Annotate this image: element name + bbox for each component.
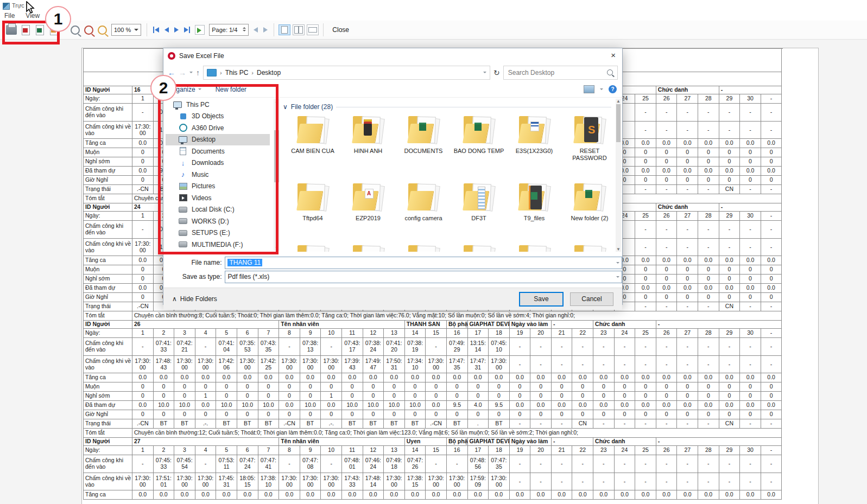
folder-item[interactable]	[562, 244, 615, 252]
tree-item-local-disk-c-[interactable]: Local Disk (C:)	[166, 204, 270, 216]
folder-item-config-camera[interactable]: config camera	[396, 182, 451, 222]
file-name-chevron-icon[interactable]	[616, 262, 619, 265]
report-cell: BT	[237, 419, 258, 429]
close-preview-button[interactable]: Close	[332, 26, 349, 34]
refresh-icon[interactable]: ↻	[493, 68, 500, 77]
dialog-close-icon[interactable]: ×	[611, 50, 616, 60]
report-cell: 0	[740, 392, 761, 401]
tree-item-3d-objects[interactable]: 3D Objects	[166, 111, 270, 123]
save-type-chevron-icon[interactable]	[616, 276, 619, 279]
tree-scrollbar[interactable]: ▲▼	[274, 99, 280, 251]
save-type-select[interactable]: Pdf files (*.xls)	[225, 271, 622, 283]
tree-item-pictures[interactable]: Pictures	[166, 181, 270, 193]
report-cell: 0.0	[132, 401, 154, 410]
goto-page-icon[interactable]	[195, 25, 205, 35]
report-cell: -	[761, 185, 782, 194]
report-cell: 0.0	[656, 373, 678, 382]
export-excel-button[interactable]	[34, 25, 45, 35]
files-scrollbar[interactable]: ▲ ▼	[616, 99, 621, 252]
search-box[interactable]: Search Desktop	[503, 66, 618, 80]
first-page-button[interactable]	[153, 27, 159, 33]
report-row: Chấm công khi đến vào-07:41:3307:42:21-0…	[84, 338, 783, 356]
folder-item-cam-bien-cua[interactable]: CAM BIEN CUA	[285, 115, 340, 161]
tree-item-this-pc[interactable]: This PC	[166, 99, 270, 111]
new-folder-button[interactable]: New folder	[216, 86, 246, 93]
group-header[interactable]: ∨ File folder (28)	[283, 103, 615, 111]
report-cell: BT	[447, 419, 468, 429]
prev-page-button[interactable]	[164, 27, 169, 33]
history-chevron-icon[interactable]	[189, 72, 193, 75]
breadcrumb-this-pc[interactable]: This PC	[225, 69, 249, 76]
folder-item-new-folder-2-[interactable]: New folder (2)	[562, 182, 615, 222]
page-back-button[interactable]	[254, 27, 258, 33]
folder-item[interactable]	[451, 244, 507, 252]
up-icon[interactable]: ↑	[196, 68, 200, 77]
help-icon[interactable]: ?	[609, 85, 617, 93]
folder-item[interactable]	[396, 244, 451, 252]
report-cell: -	[740, 185, 761, 194]
hide-folders-button[interactable]: ∧ Hide Folders	[172, 295, 217, 303]
print-button[interactable]	[6, 25, 17, 35]
zoom-out-button[interactable]	[84, 25, 93, 35]
page-fwd-button[interactable]	[263, 27, 268, 33]
folder-item-reset-password[interactable]: RESET PASSWORD	[562, 115, 615, 161]
view-chevron-icon[interactable]	[600, 88, 603, 92]
report-cell: 0	[510, 410, 531, 419]
dialog-body: This PC3D ObjectsA360 DriveDesktopDocume…	[163, 98, 622, 252]
layout-two-page-button[interactable]	[293, 24, 305, 35]
next-page-button[interactable]	[174, 27, 179, 33]
report-cell: 0	[510, 392, 531, 401]
folder-item[interactable]	[285, 244, 340, 252]
folder-icon	[295, 182, 330, 213]
report-row: Trạng thái.-CNBTBT.-.BTBTBT.-CNBT.-.BTBT…	[84, 419, 783, 429]
folder-item-hinh-anh[interactable]: HINH ANH	[340, 115, 396, 161]
forward-icon[interactable]: →	[179, 68, 186, 77]
zoom-in-button[interactable]	[98, 25, 107, 35]
tree-item-a360-drive[interactable]: A360 Drive	[166, 122, 270, 134]
view-mode-icon[interactable]	[584, 85, 594, 93]
tree-item-works-d-[interactable]: WORKS (D:)	[166, 215, 270, 227]
page-spinner[interactable]: Page: 1/4	[209, 24, 249, 36]
report-cell: 0	[258, 410, 280, 419]
last-page-button[interactable]	[184, 27, 190, 33]
tree-item-downloads[interactable]: ↓Downloads	[166, 157, 270, 169]
breadcrumb[interactable]: › This PC › Desktop	[203, 66, 490, 80]
export-pdf-button[interactable]	[20, 25, 31, 35]
folder-item-ezp2019[interactable]: EZP2019	[340, 182, 396, 222]
zoom-fit-button[interactable]	[71, 25, 80, 35]
zoom-level-select[interactable]: 100 %	[111, 24, 141, 36]
tree-item-music[interactable]: ♪Music	[166, 169, 270, 181]
back-icon[interactable]: ←	[168, 68, 175, 77]
cancel-button[interactable]: Cancel	[570, 292, 613, 306]
report-cell: -	[761, 419, 782, 429]
folder-item-tftpd64[interactable]: Tftpd64	[285, 182, 340, 222]
report-cell: -	[279, 338, 300, 356]
layout-single-button[interactable]	[279, 24, 290, 35]
report-cell: 0	[468, 410, 489, 419]
folder-item-df3t[interactable]: DF3T	[451, 182, 507, 222]
tree-item-documents[interactable]: Documents	[166, 145, 270, 157]
folder-item[interactable]	[340, 244, 396, 252]
tree-item-desktop[interactable]: Desktop	[166, 134, 270, 146]
tree-item-setups-e-[interactable]: SETUPS (E:)	[166, 227, 270, 239]
breadcrumb-chevron-icon[interactable]	[483, 72, 486, 75]
breadcrumb-desktop[interactable]: Desktop	[257, 69, 281, 76]
layout-continuous-button[interactable]	[307, 24, 319, 35]
folder-item[interactable]	[507, 244, 562, 252]
tree-item-multimedia-f-[interactable]: MULTIMEDIA (F:)	[166, 239, 270, 251]
report-cell: 10.0	[258, 401, 280, 410]
folder-item-t9-files[interactable]: T9_files	[507, 182, 562, 222]
save-button[interactable]: Save	[519, 292, 564, 307]
file-name-input[interactable]: THANG 11	[225, 257, 622, 269]
tree-item-videos[interactable]: Videos	[166, 192, 270, 204]
folder-item-e3s-1x23g0-[interactable]: E3S(1X23G0)	[507, 115, 562, 161]
annotation-badge-2: 2	[150, 75, 176, 101]
report-cell: 0.0	[216, 490, 237, 500]
folder-item-documents[interactable]: DOCUMENTS	[396, 115, 451, 161]
dialog-titlebar[interactable]: Save Excel File ×	[163, 48, 622, 63]
menu-item-file[interactable]: File	[4, 12, 15, 21]
report-cell: -	[677, 185, 698, 194]
report-cell: -	[719, 86, 782, 94]
report-cell: 0	[719, 265, 741, 275]
folder-item-bao-dong-temp[interactable]: BAO DONG TEMP	[451, 115, 507, 161]
